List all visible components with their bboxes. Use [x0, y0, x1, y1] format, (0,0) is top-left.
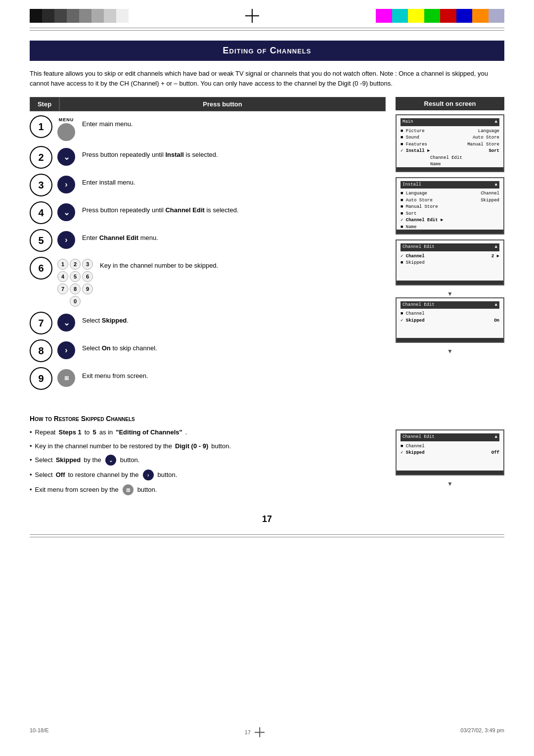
step-btn-area-8: › Select On to skip channel. — [57, 339, 386, 359]
hlines-bottom — [0, 534, 534, 537]
step-btn-area-9: ⊞ Exit menu from screen. — [57, 367, 386, 387]
step-number-5: 5 — [30, 229, 52, 252]
screen-bottom-bar-restore — [397, 471, 503, 474]
steps-header-row: Step Press button — [30, 97, 386, 111]
step-desc-7: Select Skipped. — [82, 314, 129, 326]
menu-label: MENU — [59, 117, 74, 122]
screen-down-arrow-4: ▼ — [396, 348, 504, 355]
step-desc-8: Select On to skip channel. — [82, 341, 157, 353]
step-row-6: 6 1 2 3 4 5 6 7 8 9 0 — [30, 257, 386, 307]
screen-restore: Channel Edit▲ ■ Channel ✓ SkippedOff — [396, 429, 504, 475]
chevron-right-button-8[interactable]: › — [57, 341, 75, 359]
step-desc-3: Enter install menu. — [82, 176, 135, 188]
screen-down-arrow-restore: ▼ — [396, 480, 504, 487]
step-desc-9: Exit menu from screen. — [82, 369, 148, 381]
step-btn-area-1: MENU Enter main menu. — [57, 115, 386, 141]
press-column-header: Press button — [59, 97, 386, 111]
step-row-4: 4 ⌄ Press button repeatedly until Channe… — [30, 201, 386, 224]
step-row-8: 8 › Select On to skip channel. — [30, 339, 386, 362]
list-item: Key in the channel number to be restored… — [30, 441, 386, 451]
step-btn-area-6: 1 2 3 4 5 6 7 8 9 0 Key in the channel n… — [57, 257, 386, 307]
key-9: 9 — [82, 284, 93, 294]
key-3: 3 — [82, 259, 93, 270]
step-number-9: 9 — [30, 367, 52, 390]
footer-left: 10-18/E — [30, 727, 49, 737]
step-column-header: Step — [30, 97, 59, 111]
key-0: 0 — [70, 296, 81, 307]
screen-main-title: Main▲ — [400, 118, 499, 126]
screen-ch-edit-title-2: Channel Edit▲ — [400, 301, 499, 309]
screen-main-menu: Main▲ ■ PictureLanguage ■ SoundAuto Stor… — [396, 114, 504, 172]
step-desc-5: Enter Channel Edit menu. — [82, 231, 158, 243]
chevron-right-button-3[interactable]: › — [57, 176, 75, 193]
step-number-2: 2 — [30, 146, 52, 169]
screen-item: ■ Manual Store — [400, 204, 499, 211]
screen-restore-title: Channel Edit▲ — [400, 433, 499, 441]
step-btn-area-2: ⌄ Press button repeatedly until Install … — [57, 146, 386, 166]
list-item: Select Skipped by the ⌄ button. — [30, 455, 386, 466]
restore-left: How to Restore Skipped Channels Repeat S… — [30, 410, 386, 499]
list-item: Repeat Steps 1 to 5 as in "Editing of Ch… — [30, 427, 386, 437]
screen-item-selected: ✓ SkippedOff — [400, 450, 499, 457]
step-number-1: 1 — [30, 115, 52, 138]
restore-right: Channel Edit▲ ■ Channel ✓ SkippedOff ▼ — [396, 410, 504, 499]
screen-bottom-bar-3 — [397, 281, 503, 284]
key-2: 2 — [70, 259, 81, 270]
screen-item: ■ SoundAuto Store — [400, 135, 499, 142]
screen-item-selected: ✓ SkippedOn — [400, 318, 499, 325]
page-number: 17 — [30, 514, 504, 524]
key-1: 1 — [57, 259, 68, 270]
color-bar-area — [0, 0, 534, 28]
key-7: 7 — [57, 284, 68, 294]
restore-section-heading: How to Restore Skipped Channels — [30, 415, 386, 423]
step-btn-area-4: ⌄ Press button repeatedly until Channel … — [57, 201, 386, 221]
keypad-grid: 1 2 3 4 5 6 7 8 9 0 — [57, 259, 93, 307]
key-4: 4 — [57, 271, 68, 282]
screen-item: Channel Edit — [400, 155, 499, 162]
inline-tv: ⊞ — [123, 484, 134, 495]
step-number-3: 3 — [30, 174, 52, 196]
color-bar-left — [30, 9, 129, 23]
step-row-5: 5 › Enter Channel Edit menu. — [30, 229, 386, 252]
screen-ch-edit-title-1: Channel Edit▲ — [400, 243, 499, 251]
screen-bottom-bar-2 — [397, 230, 503, 234]
step-row-2: 2 ⌄ Press button repeatedly until Instal… — [30, 146, 386, 169]
screen-channel-edit-1: Channel Edit▲ ✓ Channel2 ► ■ Skipped — [396, 239, 504, 285]
chevron-down-button-4[interactable]: ⌄ — [57, 203, 75, 221]
chevron-down-button-2[interactable]: ⌄ — [57, 148, 75, 166]
page: Editing of Channels This feature allows … — [0, 0, 534, 756]
page-title: Editing of Channels — [30, 41, 504, 61]
chevron-right-button-5[interactable]: › — [57, 231, 75, 249]
intro-paragraph: This feature allows you to skip or edit … — [30, 69, 504, 88]
step-number-6: 6 — [30, 257, 52, 280]
chevron-down-button-7[interactable]: ⌄ — [57, 314, 75, 331]
key-5: 5 — [70, 271, 81, 282]
screen-item: ■ Skipped — [400, 260, 499, 267]
key-6: 6 — [82, 271, 93, 282]
footer-center: 17 — [245, 729, 251, 735]
step-row-7: 7 ⌄ Select Skipped. — [30, 312, 386, 334]
hlines-top — [0, 28, 534, 31]
screen-bottom-bar-4 — [397, 338, 503, 342]
steps-left: Step Press button 1 MENU Enter main menu… — [30, 97, 386, 395]
step-number-8: 8 — [30, 339, 52, 362]
step-desc-2: Press button repeatedly until Install is… — [82, 148, 218, 160]
menu-button[interactable] — [57, 123, 75, 141]
step-row-1: 1 MENU Enter main menu. — [30, 115, 386, 141]
screen-item: ■ Channel — [400, 443, 499, 450]
step-number-7: 7 — [30, 312, 52, 334]
step-row-3: 3 › Enter install menu. — [30, 174, 386, 196]
steps-right: Result on screen Main▲ ■ PictureLanguage… — [396, 97, 504, 395]
screen-install-title: Install▲ — [400, 181, 499, 189]
step-btn-area-7: ⌄ Select Skipped. — [57, 312, 386, 331]
step-btn-area-3: › Enter install menu. — [57, 174, 386, 193]
step-btn-area-5: › Enter Channel Edit menu. — [57, 229, 386, 249]
screen-channel-edit-2: Channel Edit▲ ■ Channel ✓ SkippedOn — [396, 297, 504, 343]
screen-item-selected: ✓ Channel Edit ► — [400, 217, 499, 224]
inline-chevron-down: ⌄ — [105, 455, 116, 466]
step-number-4: 4 — [30, 201, 52, 224]
main-content: Editing of Channels This feature allows … — [0, 41, 534, 524]
screen-bottom-bar-1 — [397, 167, 503, 171]
screen-item: ■ Channel — [400, 311, 499, 318]
tv-button-9[interactable]: ⊞ — [57, 369, 75, 387]
